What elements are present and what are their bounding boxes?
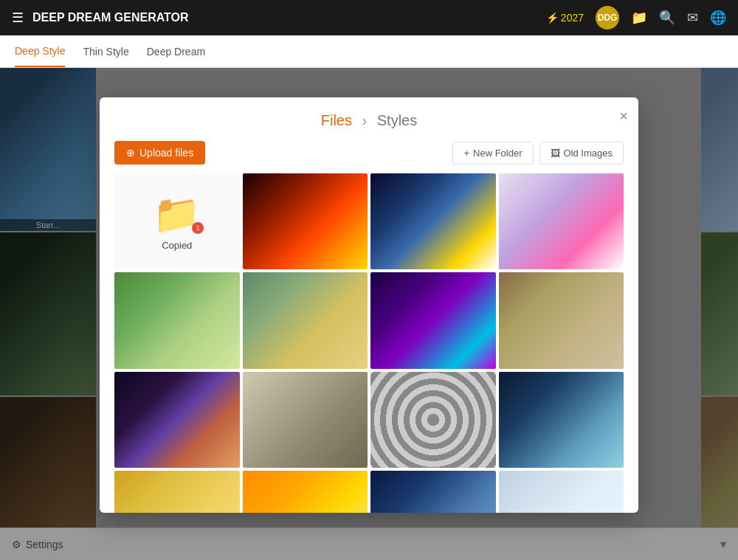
background-area: Starr... ⚙ Settings ▾ Files › Styles × [0, 68, 738, 560]
upload-icon: ⊕ [126, 147, 135, 159]
grid-image-orange[interactable] [243, 471, 368, 513]
folder-item-copied[interactable]: 📁 1 Copied [114, 173, 240, 269]
tab-thin-style[interactable]: Thin Style [83, 37, 128, 66]
lightning-icon: ⚡ [546, 12, 559, 24]
breadcrumb-files[interactable]: Files [321, 112, 352, 128]
grid-image-yellow[interactable] [114, 471, 240, 513]
modal-header: Files › Styles × [100, 97, 638, 141]
grid-image-nebula[interactable] [114, 372, 240, 468]
tab-deep-dream[interactable]: Deep Dream [147, 37, 205, 66]
old-images-button[interactable]: 🖼 Old Images [539, 142, 624, 165]
folder-icon: 📁 1 [153, 192, 201, 237]
grid-image-monster[interactable] [499, 173, 624, 269]
folder-name: Copied [162, 240, 192, 251]
modal-overlay: Files › Styles × ⊕ Upload files + New Fo… [0, 68, 738, 560]
image-icon: 🖼 [551, 148, 560, 159]
mail-icon[interactable]: ✉ [687, 10, 698, 26]
globe-icon[interactable]: 🌐 [710, 10, 726, 26]
grid-image-blue-swirl[interactable] [370, 471, 496, 513]
grid-image-white-figure[interactable] [499, 471, 624, 513]
grid-image-wheat[interactable] [243, 272, 368, 368]
grid-image-fractal[interactable] [370, 272, 496, 368]
avatar[interactable]: DDG [596, 6, 619, 30]
grid-image-arch[interactable] [243, 372, 368, 468]
app-title: DEEP DREAM GENERATOR [32, 11, 537, 24]
modal-close-button[interactable]: × [619, 108, 628, 125]
files-modal: Files › Styles × ⊕ Upload files + New Fo… [100, 97, 638, 513]
menu-icon[interactable]: ☰ [12, 10, 24, 26]
breadcrumb-current: Styles [377, 112, 417, 128]
grid-image-starry[interactable] [370, 173, 496, 269]
new-folder-button[interactable]: + New Folder [452, 142, 533, 165]
breadcrumb-separator: › [362, 112, 368, 128]
grid-image-fire[interactable] [243, 173, 368, 269]
grid-image-dance[interactable] [499, 272, 624, 368]
modal-title: Files › Styles [114, 112, 624, 129]
upload-files-button[interactable]: ⊕ Upload files [114, 141, 205, 165]
header-actions: ⚡ 2027 DDG 📁 🔍 ✉ 🌐 [546, 6, 726, 30]
grid-image-bridge[interactable] [499, 372, 624, 468]
folder-badge: 1 [192, 222, 204, 234]
modal-toolbar: ⊕ Upload files + New Folder 🖼 Old Images [100, 141, 638, 173]
file-grid: 📁 1 Copied [100, 173, 638, 513]
grid-image-park[interactable] [114, 272, 240, 368]
tabs-bar: Deep Style Thin Style Deep Dream [0, 35, 738, 68]
grid-image-circles[interactable] [370, 372, 496, 468]
search-icon[interactable]: 🔍 [659, 10, 675, 26]
tab-deep-style[interactable]: Deep Style [15, 36, 65, 67]
folder-icon[interactable]: 📁 [631, 10, 647, 26]
header: ☰ DEEP DREAM GENERATOR ⚡ 2027 DDG 📁 🔍 ✉ … [0, 0, 738, 35]
energy-display: ⚡ 2027 [546, 12, 584, 24]
plus-icon: + [463, 148, 469, 159]
